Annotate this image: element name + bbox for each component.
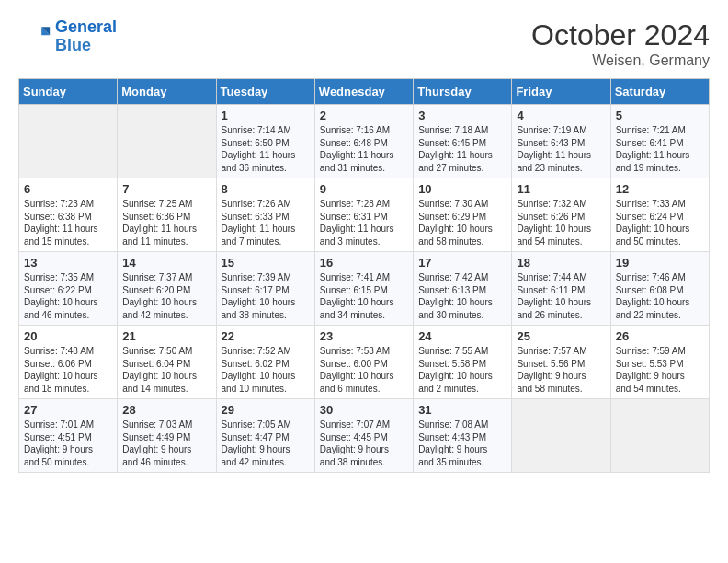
calendar-cell: 12Sunrise: 7:33 AMSunset: 6:24 PMDayligh…	[610, 178, 709, 252]
calendar-cell: 9Sunrise: 7:28 AMSunset: 6:31 PMDaylight…	[314, 178, 413, 252]
day-info: Sunrise: 7:57 AMSunset: 5:56 PMDaylight:…	[517, 345, 605, 395]
day-info: Sunrise: 7:32 AMSunset: 6:26 PMDaylight:…	[517, 198, 605, 247]
day-info: Sunrise: 7:42 AMSunset: 6:13 PMDaylight:…	[418, 271, 506, 321]
day-info: Sunrise: 7:08 AMSunset: 4:43 PMDaylight:…	[418, 419, 506, 468]
calendar-cell: 18Sunrise: 7:44 AMSunset: 6:11 PMDayligh…	[512, 252, 610, 326]
day-number: 26	[616, 329, 704, 343]
day-number: 17	[418, 256, 506, 270]
calendar-cell: 15Sunrise: 7:39 AMSunset: 6:17 PMDayligh…	[216, 252, 314, 326]
day-info: Sunrise: 7:41 AMSunset: 6:15 PMDaylight:…	[320, 271, 408, 321]
day-number: 23	[320, 329, 408, 343]
header-sunday: Sunday	[19, 79, 118, 105]
calendar-cell: 3Sunrise: 7:18 AMSunset: 6:45 PMDaylight…	[414, 105, 512, 178]
logo: General Blue	[18, 18, 117, 55]
header-monday: Monday	[118, 79, 216, 105]
logo-text: General Blue	[55, 18, 117, 55]
day-info: Sunrise: 7:52 AMSunset: 6:02 PMDaylight:…	[222, 345, 310, 395]
title-section: October 2024 Weisen, Germany	[531, 18, 710, 69]
calendar-cell: 2Sunrise: 7:16 AMSunset: 6:48 PMDaylight…	[314, 105, 413, 178]
week-row-1: 6Sunrise: 7:23 AMSunset: 6:38 PMDaylight…	[19, 178, 710, 252]
day-info: Sunrise: 7:01 AMSunset: 4:51 PMDaylight:…	[24, 419, 112, 468]
day-info: Sunrise: 7:39 AMSunset: 6:17 PMDaylight:…	[222, 271, 310, 321]
day-number: 9	[320, 182, 408, 196]
day-number: 24	[418, 329, 506, 343]
month-title: October 2024	[531, 18, 710, 52]
day-info: Sunrise: 7:28 AMSunset: 6:31 PMDaylight:…	[320, 198, 408, 247]
location-subtitle: Weisen, Germany	[531, 52, 710, 69]
day-number: 22	[222, 329, 310, 343]
day-number: 16	[320, 256, 408, 270]
day-info: Sunrise: 7:53 AMSunset: 6:00 PMDaylight:…	[320, 345, 408, 395]
calendar-cell: 20Sunrise: 7:48 AMSunset: 6:06 PMDayligh…	[19, 326, 118, 399]
day-info: Sunrise: 7:55 AMSunset: 5:58 PMDaylight:…	[418, 345, 506, 395]
logo-line1: General	[55, 17, 117, 36]
calendar-cell: 11Sunrise: 7:32 AMSunset: 6:26 PMDayligh…	[512, 178, 610, 252]
calendar-cell: 25Sunrise: 7:57 AMSunset: 5:56 PMDayligh…	[512, 326, 610, 399]
calendar-cell: 14Sunrise: 7:37 AMSunset: 6:20 PMDayligh…	[118, 252, 216, 326]
calendar-cell: 26Sunrise: 7:59 AMSunset: 5:53 PMDayligh…	[610, 326, 709, 399]
day-info: Sunrise: 7:05 AMSunset: 4:47 PMDaylight:…	[222, 419, 310, 468]
day-info: Sunrise: 7:46 AMSunset: 6:08 PMDaylight:…	[616, 271, 704, 321]
logo-icon	[18, 20, 51, 53]
calendar-cell: 31Sunrise: 7:08 AMSunset: 4:43 PMDayligh…	[414, 399, 512, 473]
calendar-table: Sunday Monday Tuesday Wednesday Thursday…	[18, 78, 710, 473]
day-info: Sunrise: 7:44 AMSunset: 6:11 PMDaylight:…	[517, 271, 605, 321]
day-number: 3	[418, 109, 506, 122]
day-number: 7	[122, 182, 210, 196]
calendar-cell: 21Sunrise: 7:50 AMSunset: 6:04 PMDayligh…	[118, 326, 216, 399]
calendar-cell: 19Sunrise: 7:46 AMSunset: 6:08 PMDayligh…	[610, 252, 709, 326]
header-saturday: Saturday	[610, 79, 709, 105]
day-info: Sunrise: 7:07 AMSunset: 4:45 PMDaylight:…	[320, 419, 408, 468]
day-info: Sunrise: 7:18 AMSunset: 6:45 PMDaylight:…	[418, 124, 506, 174]
day-info: Sunrise: 7:03 AMSunset: 4:49 PMDaylight:…	[122, 419, 210, 468]
header-row: Sunday Monday Tuesday Wednesday Thursday…	[19, 79, 710, 105]
calendar-cell: 23Sunrise: 7:53 AMSunset: 6:00 PMDayligh…	[314, 326, 413, 399]
calendar-cell: 28Sunrise: 7:03 AMSunset: 4:49 PMDayligh…	[118, 399, 216, 473]
day-number: 4	[517, 109, 605, 122]
day-number: 6	[24, 182, 112, 196]
day-number: 12	[616, 182, 704, 196]
calendar-cell: 17Sunrise: 7:42 AMSunset: 6:13 PMDayligh…	[414, 252, 512, 326]
day-info: Sunrise: 7:14 AMSunset: 6:50 PMDaylight:…	[222, 124, 310, 174]
calendar-cell: 13Sunrise: 7:35 AMSunset: 6:22 PMDayligh…	[19, 252, 118, 326]
day-number: 14	[122, 256, 210, 270]
calendar-cell: 6Sunrise: 7:23 AMSunset: 6:38 PMDaylight…	[19, 178, 118, 252]
week-row-3: 20Sunrise: 7:48 AMSunset: 6:06 PMDayligh…	[19, 326, 710, 399]
calendar-cell: 10Sunrise: 7:30 AMSunset: 6:29 PMDayligh…	[414, 178, 512, 252]
day-info: Sunrise: 7:16 AMSunset: 6:48 PMDaylight:…	[320, 124, 408, 174]
header-tuesday: Tuesday	[216, 79, 314, 105]
day-number: 20	[24, 329, 112, 343]
calendar-cell: 27Sunrise: 7:01 AMSunset: 4:51 PMDayligh…	[19, 399, 118, 473]
calendar-cell: 1Sunrise: 7:14 AMSunset: 6:50 PMDaylight…	[216, 105, 314, 178]
day-info: Sunrise: 7:37 AMSunset: 6:20 PMDaylight:…	[122, 271, 210, 321]
calendar-cell	[610, 399, 709, 473]
day-number: 31	[418, 403, 506, 417]
day-number: 5	[616, 109, 704, 122]
calendar-cell: 30Sunrise: 7:07 AMSunset: 4:45 PMDayligh…	[314, 399, 413, 473]
day-number: 11	[517, 182, 605, 196]
calendar-body: 1Sunrise: 7:14 AMSunset: 6:50 PMDaylight…	[19, 105, 710, 473]
day-number: 25	[517, 329, 605, 343]
day-info: Sunrise: 7:50 AMSunset: 6:04 PMDaylight:…	[122, 345, 210, 395]
header-thursday: Thursday	[414, 79, 512, 105]
week-row-4: 27Sunrise: 7:01 AMSunset: 4:51 PMDayligh…	[19, 399, 710, 473]
week-row-0: 1Sunrise: 7:14 AMSunset: 6:50 PMDaylight…	[19, 105, 710, 178]
header-friday: Friday	[512, 79, 610, 105]
day-number: 10	[418, 182, 506, 196]
day-number: 27	[24, 403, 112, 417]
calendar-cell	[118, 105, 216, 178]
day-number: 2	[320, 109, 408, 122]
calendar-cell: 24Sunrise: 7:55 AMSunset: 5:58 PMDayligh…	[414, 326, 512, 399]
day-number: 19	[616, 256, 704, 270]
day-info: Sunrise: 7:35 AMSunset: 6:22 PMDaylight:…	[24, 271, 112, 321]
header-wednesday: Wednesday	[314, 79, 413, 105]
calendar-cell: 4Sunrise: 7:19 AMSunset: 6:43 PMDaylight…	[512, 105, 610, 178]
calendar-cell: 16Sunrise: 7:41 AMSunset: 6:15 PMDayligh…	[314, 252, 413, 326]
day-info: Sunrise: 7:30 AMSunset: 6:29 PMDaylight:…	[418, 198, 506, 247]
day-info: Sunrise: 7:59 AMSunset: 5:53 PMDaylight:…	[616, 345, 704, 395]
day-number: 28	[122, 403, 210, 417]
day-number: 15	[222, 256, 310, 270]
day-info: Sunrise: 7:33 AMSunset: 6:24 PMDaylight:…	[616, 198, 704, 247]
calendar-cell: 29Sunrise: 7:05 AMSunset: 4:47 PMDayligh…	[216, 399, 314, 473]
day-info: Sunrise: 7:48 AMSunset: 6:06 PMDaylight:…	[24, 345, 112, 395]
